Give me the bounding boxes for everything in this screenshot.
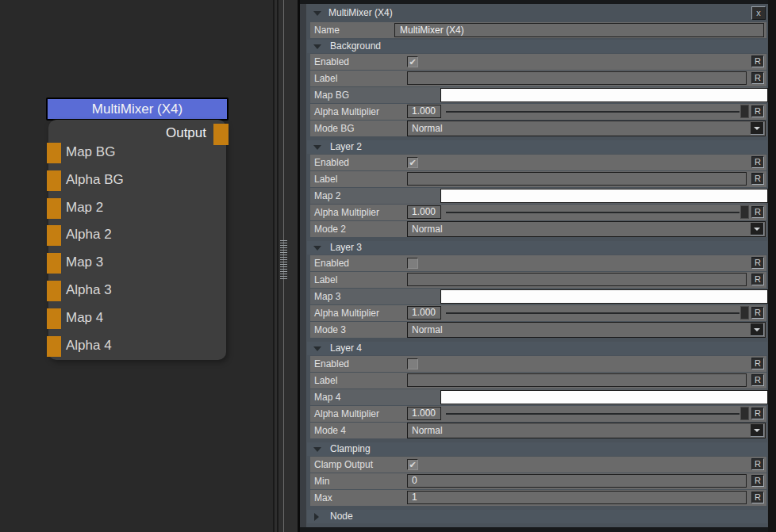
reset-button[interactable]: R	[751, 358, 764, 369]
row-label: Enabled	[314, 56, 349, 67]
row-enabled: EnabledR	[310, 356, 766, 372]
reset-button[interactable]: R	[751, 257, 764, 269]
row-alpha-multiplier: Alpha Multiplier1.000R	[310, 406, 766, 422]
dropdown-mode-3[interactable]: Normal	[407, 322, 766, 338]
dropdown-mode-bg[interactable]: Normal	[407, 121, 766, 136]
section-header-clamping[interactable]: Clamping	[307, 442, 767, 456]
row-label: Mode 4	[314, 425, 346, 436]
reset-button[interactable]: R	[751, 492, 764, 503]
node-input-map-2: Map 2	[48, 198, 226, 220]
chevron-down-icon[interactable]	[751, 223, 764, 235]
splitter-grip-icon[interactable]	[280, 240, 287, 280]
row-label: Alpha Multiplier	[314, 408, 379, 419]
node-title-bar[interactable]: MultiMixer (X4)	[46, 98, 229, 121]
slider-track[interactable]	[446, 111, 740, 113]
row-label: Map 3	[314, 291, 340, 302]
map-field-map-3[interactable]	[440, 289, 768, 304]
slider-handle-icon[interactable]	[740, 105, 749, 118]
triangle-right-icon	[314, 513, 319, 521]
slider-handle-icon[interactable]	[740, 407, 749, 420]
row-label: LabelR	[310, 171, 766, 187]
input-port-icon[interactable]	[47, 253, 61, 274]
node-graph-canvas[interactable]: MultiMixer (X4) Output Map BGAlpha BGMap…	[0, 0, 273, 532]
row-label: Enabled	[314, 258, 349, 269]
section-header-background[interactable]: Background	[307, 40, 767, 53]
reset-button[interactable]: R	[751, 274, 764, 285]
checkbox-enabled[interactable]: ✔	[407, 157, 418, 168]
text-field-label[interactable]	[407, 71, 747, 85]
panel-header[interactable]: MultiMixer (X4) x	[307, 6, 767, 20]
slider-track[interactable]	[446, 212, 740, 213]
chevron-down-icon[interactable]	[751, 424, 764, 437]
row-label: Alpha Multiplier	[314, 207, 379, 218]
map-field-map-4[interactable]	[440, 390, 768, 404]
reset-button[interactable]: R	[751, 72, 764, 84]
section-header-layer-4[interactable]: Layer 4	[307, 342, 767, 355]
value-box[interactable]: 1.000	[407, 205, 441, 219]
dropdown-mode-2[interactable]: Normal	[407, 221, 766, 237]
slider-handle-icon[interactable]	[740, 205, 749, 219]
row-alpha-multiplier: Alpha Multiplier1.000R	[310, 305, 766, 321]
map-field-map-2[interactable]	[440, 189, 768, 203]
section-header-layer-2[interactable]: Layer 2	[307, 140, 767, 154]
slider-handle-icon[interactable]	[740, 306, 749, 320]
row-label: Clamp Output	[314, 459, 373, 470]
name-field[interactable]: MultiMixer (X4)	[394, 23, 764, 37]
text-field-label[interactable]	[407, 273, 747, 286]
text-field-max[interactable]: 1	[407, 491, 747, 504]
reset-button[interactable]: R	[751, 408, 764, 419]
input-port-icon[interactable]	[47, 308, 61, 329]
input-port-icon[interactable]	[47, 198, 61, 219]
input-port-icon[interactable]	[47, 281, 61, 301]
row-label: Enabled	[314, 157, 349, 168]
row-label: Mode 2	[314, 224, 346, 235]
row-label: Mode BG	[314, 123, 355, 134]
reset-button[interactable]: R	[751, 307, 764, 319]
checkbox-enabled[interactable]: ✔	[407, 56, 418, 67]
pane-splitter[interactable]	[273, 0, 300, 532]
close-button[interactable]: x	[751, 6, 766, 20]
dropdown-mode-4[interactable]: Normal	[407, 423, 766, 438]
section-title: Layer 3	[330, 242, 362, 253]
triangle-down-icon	[313, 11, 321, 16]
slider-track[interactable]	[446, 413, 740, 415]
slider-track[interactable]	[446, 312, 740, 314]
node-input-label: Alpha 4	[66, 338, 112, 354]
reset-button[interactable]: R	[751, 156, 764, 168]
properties-form: MultiMixer (X4) x Name MultiMixer (X4) B…	[306, 4, 768, 527]
dropdown-value: Normal	[408, 323, 765, 337]
row-name: Name MultiMixer (X4)	[310, 22, 766, 38]
chevron-down-icon[interactable]	[751, 122, 764, 135]
section-header-layer-3[interactable]: Layer 3	[307, 241, 767, 255]
reset-button[interactable]: R	[751, 173, 764, 185]
section-header-node[interactable]: Node	[307, 510, 767, 523]
text-field-label[interactable]	[407, 172, 747, 186]
input-port-icon[interactable]	[47, 143, 61, 163]
map-field-map-bg[interactable]	[440, 88, 768, 102]
text-field-min[interactable]: 0	[407, 474, 747, 488]
section-title: Node	[330, 511, 353, 522]
reset-button[interactable]: R	[751, 55, 764, 67]
reset-button[interactable]: R	[751, 374, 764, 386]
checkbox-enabled[interactable]	[407, 358, 418, 369]
reset-button[interactable]: R	[751, 458, 764, 470]
input-port-icon[interactable]	[47, 170, 61, 191]
input-port-icon[interactable]	[47, 336, 61, 357]
output-port-icon[interactable]	[213, 124, 229, 145]
row-map-2: Map 2	[310, 188, 766, 204]
input-port-icon[interactable]	[47, 225, 61, 246]
divider	[277, 0, 279, 532]
reset-button[interactable]: R	[751, 105, 764, 117]
chevron-down-icon[interactable]	[751, 323, 764, 336]
row-alpha-multiplier: Alpha Multiplier1.000R	[310, 205, 766, 220]
node-input-label: Map 2	[66, 200, 103, 216]
reset-button[interactable]: R	[751, 475, 764, 487]
text-field-label[interactable]	[407, 373, 747, 387]
value-box[interactable]: 1.000	[407, 407, 441, 420]
multimixer-node[interactable]: MultiMixer (X4) Output Map BGAlpha BGMap…	[46, 98, 229, 360]
checkbox-clamp-output[interactable]: ✔	[407, 459, 418, 470]
checkbox-enabled[interactable]	[407, 258, 418, 269]
reset-button[interactable]: R	[751, 206, 764, 218]
value-box[interactable]: 1.000	[407, 105, 441, 118]
value-box[interactable]: 1.000	[407, 306, 441, 320]
